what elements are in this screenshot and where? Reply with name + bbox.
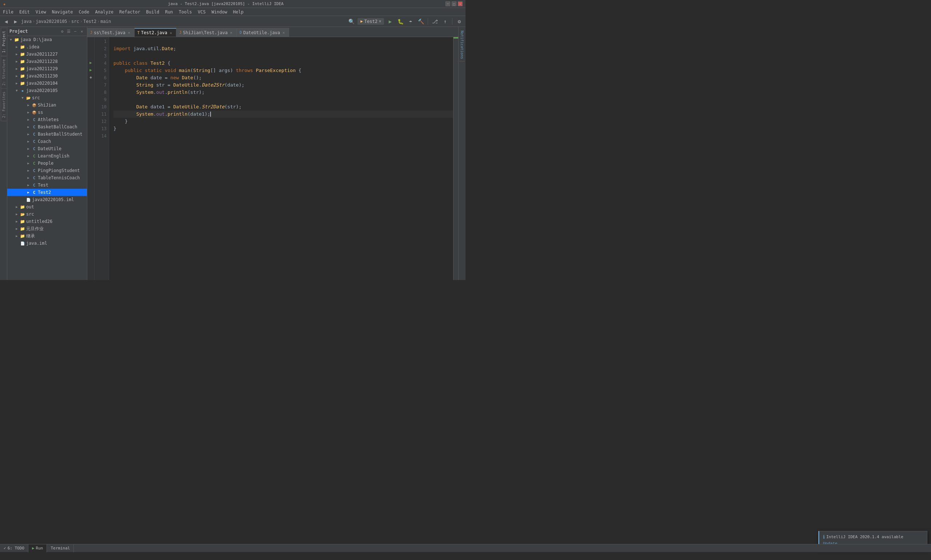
tree-item-java20211229[interactable]: ▶ 📁 java20211229 bbox=[7, 65, 87, 72]
cursor bbox=[210, 112, 211, 117]
tree-item-TableTennisCoach[interactable]: ▶ C TableTennisCoach bbox=[7, 174, 87, 182]
tree-arrow-Athletes: ▶ bbox=[25, 117, 31, 123]
gutter-4[interactable]: ▶ bbox=[87, 59, 94, 66]
tree-item-ShiJian[interactable]: ▶ 📦 ShiJian bbox=[7, 102, 87, 109]
structure-tab[interactable]: 2: Structure bbox=[1, 56, 6, 89]
minimize-button[interactable]: ─ bbox=[445, 2, 450, 6]
run-arrow-5-icon[interactable]: ▶ bbox=[89, 68, 92, 72]
maximize-button[interactable]: □ bbox=[452, 2, 456, 6]
menu-analyze[interactable]: Analyze bbox=[92, 9, 116, 15]
coverage-button[interactable]: ☂ bbox=[406, 17, 415, 25]
tree-item-idea[interactable]: ▶ 📁 .idea bbox=[7, 43, 87, 51]
settings-button[interactable]: ⚙ bbox=[455, 17, 463, 25]
menu-file[interactable]: File bbox=[0, 9, 16, 15]
tree-item-java20211227[interactable]: ▶ 📁 Java20211227 bbox=[7, 51, 87, 58]
token-paren-10: (str); bbox=[225, 103, 242, 111]
build-button[interactable]: 🔨 bbox=[417, 17, 425, 25]
tree-item-BasketBallStudent[interactable]: ▶ C BasketBallStudent bbox=[7, 131, 87, 138]
breadcrumb-java[interactable]: java bbox=[21, 19, 32, 24]
menu-tools[interactable]: Tools bbox=[176, 9, 195, 15]
close-button[interactable]: ✕ bbox=[458, 2, 463, 6]
project-tab[interactable]: 1: Project bbox=[1, 28, 6, 56]
code-content[interactable]: import java.util. Date ; public class Te… bbox=[109, 37, 453, 280]
tree-arrow-java20220105iml bbox=[20, 197, 25, 203]
toolbar-forward-button[interactable]: ▶ bbox=[12, 17, 20, 25]
menu-code[interactable]: Code bbox=[76, 9, 92, 15]
project-layout-icon[interactable]: ☰ bbox=[66, 28, 72, 34]
breadcrumb-method[interactable]: main bbox=[100, 19, 111, 24]
run-button[interactable]: ▶ bbox=[386, 17, 394, 25]
tree-item-javaiml[interactable]: 📄 java.iml bbox=[7, 240, 87, 247]
tree-item-PingPiongStudent[interactable]: ▶ C PingPiongStudent bbox=[7, 167, 87, 174]
menu-run[interactable]: Run bbox=[162, 9, 176, 15]
tree-item-Coach[interactable]: ▶ C Coach bbox=[7, 138, 87, 145]
search-everywhere-button[interactable]: 🔍 bbox=[347, 17, 355, 25]
tree-item-Test2[interactable]: ▶ C Test2 bbox=[7, 189, 87, 196]
tree-item-java20220105[interactable]: ▼ ▪ java20220105 bbox=[7, 87, 87, 94]
tab-ShiJianTest[interactable]: J ShiJian\Test.java ✕ bbox=[176, 28, 237, 37]
tree-item-BasketBallCoach[interactable]: ▶ C BasketBallCoach bbox=[7, 123, 87, 131]
tree-item-java20211228[interactable]: ▶ 📁 Java20211228 bbox=[7, 58, 87, 65]
project-collapse-icon[interactable]: − bbox=[72, 28, 78, 34]
tree-item-java20211230[interactable]: ▶ 📁 java20211230 bbox=[7, 72, 87, 80]
run-arrow-4-icon[interactable]: ▶ bbox=[89, 60, 92, 65]
project-close-icon[interactable]: ✕ bbox=[79, 28, 85, 34]
update-button[interactable]: ↑ bbox=[441, 17, 449, 25]
tree-item-src2[interactable]: ▶ 📂 src bbox=[7, 211, 87, 218]
notifications-tab[interactable]: Notifications bbox=[459, 28, 465, 62]
menu-refactor[interactable]: Refactor bbox=[116, 9, 143, 15]
tab-close-ssTest[interactable]: ✕ bbox=[127, 31, 131, 35]
tree-item-DateUtile[interactable]: ▶ C DateUtile bbox=[7, 145, 87, 152]
class-icon-PingPiongStudent: C bbox=[31, 168, 37, 174]
editor-main: ▶ ▶ ◆ 1 2 3 4 5 6 7 8 bbox=[87, 37, 458, 280]
token-Date-new: Date bbox=[182, 74, 193, 82]
menu-build[interactable]: Build bbox=[143, 9, 162, 15]
tab-ssTest[interactable]: J ss\Test.java ✕ bbox=[87, 28, 135, 37]
menu-window[interactable]: Window bbox=[208, 9, 230, 15]
tree-item-src[interactable]: ▼ 📂 src bbox=[7, 94, 87, 102]
tab-close-DateUtile[interactable]: ✕ bbox=[282, 31, 286, 35]
git-button[interactable]: ⎇ bbox=[431, 17, 439, 25]
gutter-5[interactable]: ▶ bbox=[87, 66, 94, 74]
iml-icon-java: 📄 bbox=[20, 240, 25, 246]
favorites-tab[interactable]: 2: Favorites bbox=[1, 89, 6, 121]
tree-item-java[interactable]: ▼ 📁 java D:\java bbox=[7, 36, 87, 43]
token-indent-12 bbox=[114, 118, 125, 125]
linenum-7: 7 bbox=[97, 82, 106, 89]
tree-label-java20211227: Java20211227 bbox=[26, 52, 58, 57]
tab-close-ShiJianTest[interactable]: ✕ bbox=[229, 31, 234, 35]
tree-item-Test[interactable]: ▶ C Test bbox=[7, 182, 87, 189]
tree-item-LearnEnglish[interactable]: ▶ C LearnEnglish bbox=[7, 152, 87, 160]
tab-Test2[interactable]: T Test2.java ✕ bbox=[135, 28, 176, 37]
tree-item-People[interactable]: ▶ C People bbox=[7, 160, 87, 167]
tree-label-java20220105iml: java20220105.iml bbox=[32, 197, 74, 202]
tree-item-untitled26[interactable]: ▶ 📁 untitled26 bbox=[7, 218, 87, 225]
app-logo-icon: ✦ bbox=[3, 1, 6, 7]
code-editor[interactable]: ▶ ▶ ◆ 1 2 3 4 5 6 7 8 bbox=[87, 37, 458, 280]
menu-navigate[interactable]: Navigate bbox=[49, 9, 76, 15]
tree-item-out[interactable]: ▶ 📁 out bbox=[7, 203, 87, 211]
token-void-5: void bbox=[165, 67, 179, 74]
breadcrumb-module[interactable]: java20220105 bbox=[35, 19, 67, 24]
project-settings-icon[interactable]: ⚙ bbox=[59, 28, 65, 34]
tree-item-java20220104[interactable]: ▶ 📁 java20220104 bbox=[7, 80, 87, 87]
toolbar-back-button[interactable]: ◀ bbox=[2, 17, 10, 25]
tree-item-yuanzuoye[interactable]: ▶ 📁 元旦作业 bbox=[7, 225, 87, 232]
folder-icon-idea: 📁 bbox=[20, 44, 25, 50]
tree-item-ss[interactable]: ▶ 📦 ss bbox=[7, 109, 87, 116]
debug-button[interactable]: 🐛 bbox=[396, 17, 405, 25]
run-config-dropdown[interactable]: ▶ Test2 ▼ bbox=[357, 18, 384, 25]
menu-vcs[interactable]: VCS bbox=[195, 9, 209, 15]
tree-item-java20220105iml[interactable]: 📄 java20220105.iml bbox=[7, 196, 87, 203]
folder-icon-out: 📁 bbox=[20, 204, 25, 210]
menu-help[interactable]: Help bbox=[230, 9, 246, 15]
menu-view[interactable]: View bbox=[33, 9, 49, 15]
tree-item-Athletes[interactable]: ▶ C Athletes bbox=[7, 116, 87, 123]
tree-item-jicheng[interactable]: ▶ 📁 继承 bbox=[7, 232, 87, 240]
menu-edit[interactable]: Edit bbox=[16, 9, 33, 15]
tab-close-Test2[interactable]: ✕ bbox=[169, 31, 173, 35]
breadcrumb-class[interactable]: Test2 bbox=[83, 19, 96, 24]
breadcrumb-src[interactable]: src bbox=[71, 19, 79, 24]
tab-DateUtile[interactable]: D DateUtile.java ✕ bbox=[237, 28, 289, 37]
project-tree-panel: Project ⚙ ☰ − ✕ ▼ 📁 java D:\java ▶ 📁 .id… bbox=[7, 27, 87, 280]
